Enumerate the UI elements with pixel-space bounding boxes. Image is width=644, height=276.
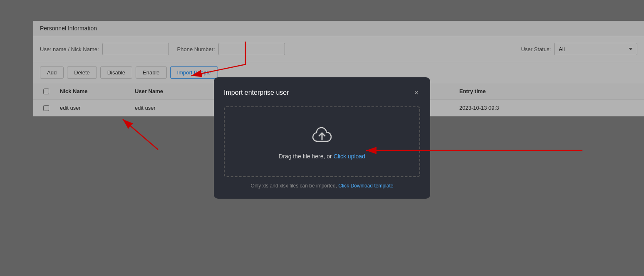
click-upload-link[interactable]: Click upload bbox=[334, 153, 365, 160]
drag-text: Drag the file here, or bbox=[279, 153, 334, 160]
upload-drop-area[interactable]: Drag the file here, or Click upload bbox=[224, 106, 420, 177]
modal-header: Import enterprise user × bbox=[224, 87, 420, 98]
hint-text: Only xls and xlsx files can be imported, bbox=[251, 183, 339, 189]
upload-hint: Only xls and xlsx files can be imported,… bbox=[224, 183, 420, 189]
modal-close-button[interactable]: × bbox=[412, 87, 420, 98]
download-template-link[interactable]: Click Download template bbox=[338, 183, 393, 189]
upload-instruction: Drag the file here, or Click upload bbox=[279, 153, 365, 160]
import-modal: Import enterprise user × Drag the file h… bbox=[214, 77, 430, 199]
cloud-upload-icon bbox=[310, 124, 334, 147]
modal-title: Import enterprise user bbox=[224, 89, 289, 96]
